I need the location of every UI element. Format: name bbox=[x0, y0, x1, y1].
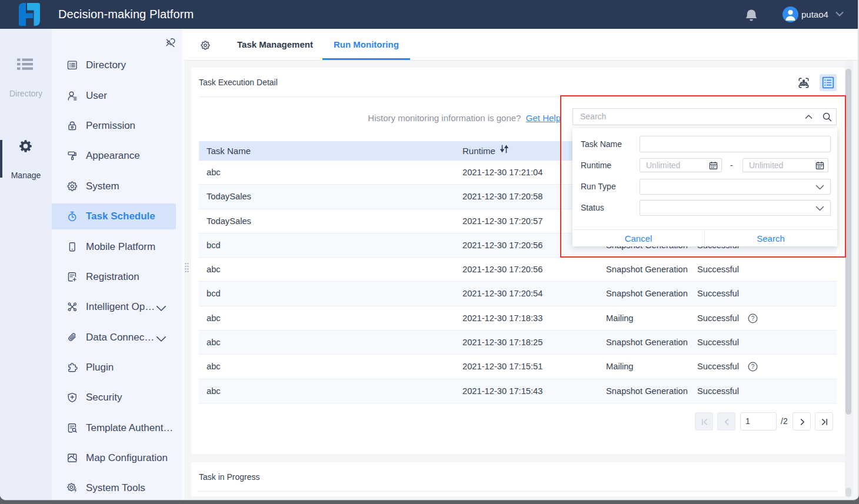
svg-text:?: ? bbox=[751, 363, 755, 370]
svg-text:?: ? bbox=[751, 315, 755, 322]
